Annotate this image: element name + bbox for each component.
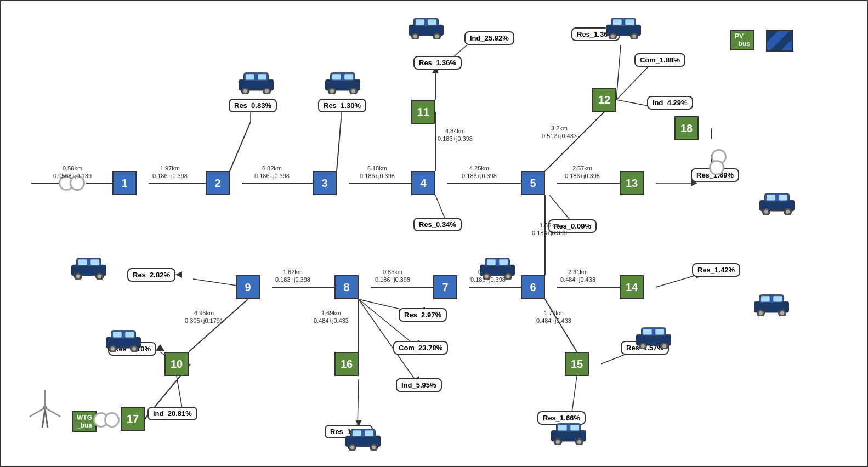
svg-point-119 [485, 275, 489, 278]
svg-rect-66 [245, 74, 254, 80]
car-bus10 [104, 324, 143, 352]
svg-rect-98 [766, 195, 775, 201]
line-label-56: 1.66km0.186+j0.398 [532, 221, 567, 237]
svg-point-89 [632, 35, 636, 38]
bus-6[interactable]: 6 [521, 275, 545, 299]
svg-line-13 [616, 45, 621, 100]
load-ind-5.95: Ind_5.95% [396, 378, 442, 392]
svg-rect-155 [570, 425, 580, 431]
bus-11[interactable]: 11 [411, 100, 435, 124]
svg-point-95 [764, 210, 768, 214]
svg-marker-58 [156, 344, 164, 351]
car-bus6 [478, 252, 517, 280]
car-bus2 [237, 67, 275, 94]
svg-point-153 [577, 440, 581, 444]
svg-point-135 [641, 344, 645, 348]
svg-line-12 [545, 112, 604, 171]
svg-rect-67 [258, 74, 267, 80]
svg-rect-107 [90, 259, 100, 265]
bus-13[interactable]: 13 [620, 171, 644, 195]
bus-10[interactable]: 10 [164, 352, 189, 376]
car-bus9 [70, 252, 108, 280]
svg-rect-82 [415, 19, 424, 25]
bus-14[interactable]: 14 [620, 275, 644, 299]
svg-point-143 [350, 446, 354, 449]
bus-15[interactable]: 15 [565, 352, 589, 376]
svg-line-18 [549, 195, 571, 221]
bus-1[interactable]: 1 [112, 171, 137, 195]
line-label-511: 4.84km0.183+j0.398 [438, 127, 473, 143]
line-label-615: 1.79km0.484+j0.433 [536, 309, 571, 325]
load-com-1.88: Com_1.88% [634, 53, 685, 67]
svg-line-160 [30, 408, 45, 417]
svg-line-14 [616, 67, 648, 100]
svg-point-111 [759, 311, 763, 315]
svg-rect-115 [773, 296, 782, 302]
svg-marker-52 [175, 271, 182, 278]
bus-7[interactable]: 7 [433, 275, 457, 299]
svg-point-113 [780, 311, 784, 315]
pv-bus-label: PV_bus [730, 30, 754, 50]
svg-point-121 [506, 275, 510, 278]
svg-line-161 [45, 408, 60, 417]
svg-point-63 [243, 89, 247, 93]
car-bus3 [324, 67, 362, 94]
svg-rect-131 [125, 332, 134, 338]
svg-rect-74 [332, 74, 341, 80]
line-label-513: 2.57km0.186+j0.398 [565, 164, 600, 180]
svg-point-81 [435, 35, 439, 38]
bus-17[interactable]: 17 [121, 407, 145, 431]
car-bus15-bottom [549, 418, 588, 445]
load-res-2.82: Res_2.82% [127, 268, 175, 282]
line-label-512: 3.2km0.512+j0.433 [542, 124, 577, 140]
bus-16[interactable]: 16 [334, 352, 359, 376]
line-label-45: 4.25km0.186+j0.398 [462, 164, 497, 180]
svg-rect-138 [643, 329, 652, 335]
car-bus11-top [407, 12, 445, 39]
svg-point-151 [556, 440, 560, 444]
load-ind-20.81: Ind_20.81% [147, 407, 197, 420]
svg-line-32 [177, 376, 182, 408]
car-bus16 [344, 423, 382, 451]
svg-point-87 [611, 35, 615, 38]
load-ind-4.29: Ind_4.29% [647, 96, 693, 110]
load-res-1.36-top: Res_1.36% [413, 56, 462, 70]
load-res-1.42: Res_1.42% [692, 263, 740, 277]
svg-rect-91 [625, 19, 634, 25]
svg-rect-83 [428, 19, 437, 25]
load-ind-25.92: Ind_25.92% [464, 31, 514, 45]
bus-12[interactable]: 12 [592, 88, 616, 112]
svg-point-105 [98, 275, 101, 278]
svg-point-145 [372, 446, 376, 449]
line-label-23: 6.82km0.186+j0.398 [254, 164, 290, 180]
car-bus15 [634, 322, 673, 349]
car-bus14 [752, 289, 791, 316]
svg-rect-90 [612, 19, 622, 25]
network-diagram: 1 2 3 4 5 6 7 8 9 10 11 12 13 14 15 16 1 [0, 0, 868, 467]
svg-rect-106 [78, 259, 87, 265]
bus-3[interactable]: 3 [313, 171, 337, 195]
svg-line-17 [435, 195, 445, 219]
load-res-1.30: Res_1.30% [318, 99, 366, 112]
svg-point-71 [330, 89, 334, 93]
svg-rect-147 [365, 430, 374, 436]
wtg-turbine-icon [23, 385, 67, 429]
pv-transformer [711, 149, 727, 175]
line-label-910: 4.96km0.305+j0.1791 [185, 309, 223, 325]
svg-point-137 [662, 344, 666, 348]
svg-rect-75 [344, 74, 354, 80]
bus-9[interactable]: 9 [236, 275, 260, 299]
bus-18[interactable]: 18 [674, 116, 699, 140]
bus-5[interactable]: 5 [521, 171, 545, 195]
load-com-23.78: Com_23.78% [393, 341, 448, 355]
car-bus13 [758, 187, 796, 215]
load-res-0.34: Res_0.34% [413, 218, 462, 231]
line-label-816: 1.69km0.484+j0.433 [314, 309, 349, 325]
line-label-34: 6.18km0.186+j0.398 [360, 164, 395, 180]
svg-line-23 [545, 299, 577, 352]
wtg-transformer [93, 412, 120, 428]
bus-4[interactable]: 4 [411, 171, 435, 195]
bus-8[interactable]: 8 [334, 275, 359, 299]
bus-2[interactable]: 2 [206, 171, 230, 195]
svg-rect-99 [779, 195, 788, 201]
